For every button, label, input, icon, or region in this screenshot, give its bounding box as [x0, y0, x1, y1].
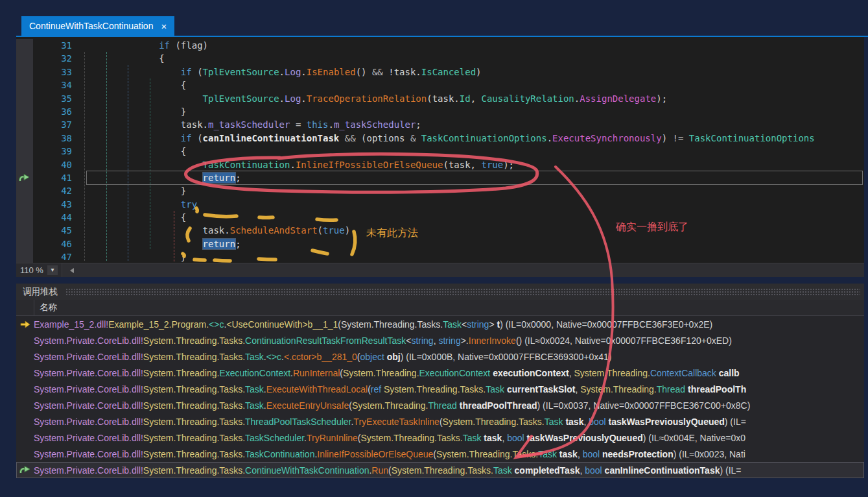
line-number: 47	[33, 250, 81, 263]
call-stack-frame-3[interactable]: System.Private.CoreLib.dll!System.Thread…	[16, 348, 864, 365]
code-text: if (flag)	[81, 39, 864, 52]
line-number: 34	[33, 79, 81, 91]
line-number: 36	[33, 105, 81, 118]
call-stack-rows: Example_15_2.dll!Example_15_2.Program.<>…	[16, 316, 864, 478]
code-text: {	[81, 145, 864, 158]
frame-text: Example_15_2.dll!Example_15_2.Program.<>…	[34, 319, 864, 330]
code-text: if (canInlineContinuationTask && (option…	[81, 132, 864, 145]
code-text: TplEventSource.Log.TraceOperationRelatio…	[81, 92, 864, 105]
code-line-34[interactable]: 34 {	[16, 79, 864, 91]
glyph-margin[interactable]	[16, 250, 33, 263]
tab-title: ContinueWithTaskContinuation	[29, 21, 153, 31]
glyph-margin[interactable]	[16, 224, 33, 237]
code-line-35[interactable]: 35 TplEventSource.Log.TraceOperationRela…	[16, 92, 864, 105]
code-line-46[interactable]: 46 return;	[16, 237, 864, 250]
glyph-margin[interactable]	[16, 211, 33, 224]
titlebar-grip	[65, 288, 860, 295]
glyph-margin[interactable]	[16, 184, 33, 197]
frame-text: System.Private.CoreLib.dll!System.Thread…	[34, 384, 864, 394]
frame-text: System.Private.CoreLib.dll!System.Thread…	[34, 433, 864, 443]
code-text: TaskContinuation.InlineIfPossibleOrElseQ…	[81, 158, 864, 171]
line-number: 43	[33, 198, 81, 211]
editor-bottom-strip: 110 % ▾	[16, 263, 864, 277]
glyph-margin[interactable]	[16, 198, 33, 211]
glyph-margin[interactable]	[16, 92, 33, 105]
call-stack-frame-8[interactable]: System.Private.CoreLib.dll!System.Thread…	[16, 430, 864, 446]
stack-frame-icon	[19, 174, 30, 182]
chevron-down-icon[interactable]: ▾	[47, 265, 58, 275]
horizontal-scrollbar[interactable]	[62, 263, 864, 277]
code-text: return;	[81, 237, 864, 250]
code-line-37[interactable]: 37 task.m_taskScheduler = this.m_taskSch…	[16, 118, 864, 131]
frame-text: System.Private.CoreLib.dll!System.Thread…	[34, 449, 864, 459]
frame-text: System.Private.CoreLib.dll!System.Thread…	[34, 465, 864, 476]
zoom-level: 110 %	[20, 265, 43, 275]
name-column-header[interactable]: 名称	[34, 302, 57, 313]
tab-continuewithtaskcontinuation[interactable]: ContinueWithTaskContinuation ×	[21, 16, 174, 36]
glyph-margin[interactable]	[16, 118, 33, 131]
annotation-flow-note: 确实一撸到底了	[616, 221, 688, 234]
glyph-margin[interactable]	[16, 132, 33, 145]
call-stack-frame-9[interactable]: System.Private.CoreLib.dll!System.Thread…	[16, 446, 864, 462]
current-statement-gutter	[16, 321, 34, 328]
current-statement-icon	[20, 321, 30, 328]
glyph-margin[interactable]	[16, 52, 33, 65]
glyph-margin[interactable]	[16, 158, 33, 171]
glyph-margin[interactable]	[16, 105, 33, 118]
call-stack-frame-1[interactable]: Example_15_2.dll!Example_15_2.Program.<>…	[16, 316, 864, 332]
code-text: }	[81, 250, 864, 263]
glyph-margin[interactable]	[16, 66, 33, 79]
call-stack-titlebar[interactable]: 调用堆栈	[16, 284, 864, 300]
glyph-margin[interactable]	[16, 145, 33, 158]
code-line-31[interactable]: 31 if (flag)	[16, 39, 864, 52]
line-number: 38	[33, 132, 81, 145]
code-text: {	[81, 79, 864, 91]
code-line-38[interactable]: 38 if (canInlineContinuationTask && (opt…	[16, 132, 864, 145]
code-line-39[interactable]: 39 {	[16, 145, 864, 158]
glyph-margin[interactable]	[16, 79, 33, 91]
code-line-43[interactable]: 43 try	[16, 198, 864, 211]
annotation-no-such-method: 未有此方法	[366, 226, 418, 240]
call-stack-frame-6[interactable]: System.Private.CoreLib.dll!System.Thread…	[16, 397, 864, 413]
code-editor[interactable]: 31 if (flag)32 {33 if (TplEventSource.Lo…	[16, 37, 864, 263]
code-line-40[interactable]: 40 TaskContinuation.InlineIfPossibleOrEl…	[16, 158, 864, 171]
code-line-36[interactable]: 36 }	[16, 105, 864, 118]
code-lines: 31 if (flag)32 {33 if (TplEventSource.Lo…	[16, 39, 864, 263]
code-line-42[interactable]: 42 }	[16, 184, 864, 197]
code-line-47[interactable]: 47 }	[16, 250, 864, 263]
call-stack-frame-5[interactable]: System.Private.CoreLib.dll!System.Thread…	[16, 381, 864, 397]
code-text: }	[81, 184, 864, 197]
code-text: task.ScheduleAndStart(true)	[81, 224, 864, 237]
call-stack-frame-4[interactable]: System.Private.CoreLib.dll!System.Thread…	[16, 365, 864, 381]
call-stack-panel: 调用堆栈 名称 Example_15_2.dll!Example_15_2.Pr…	[16, 284, 864, 478]
code-text: {	[81, 52, 864, 65]
icon-column-header	[16, 300, 34, 315]
code-line-33[interactable]: 33 if (TplEventSource.Log.IsEnabled() &&…	[16, 66, 864, 79]
code-text: if (TplEventSource.Log.IsEnabled() && !t…	[81, 66, 864, 79]
stack-frame-icon	[19, 466, 30, 474]
code-text: }	[81, 105, 864, 118]
line-number: 35	[33, 92, 81, 105]
call-stack-column-header[interactable]: 名称	[16, 300, 864, 316]
editor-zoom-control[interactable]: 110 % ▾	[16, 263, 62, 277]
line-number: 46	[33, 237, 81, 250]
glyph-margin-frame-arrow[interactable]	[16, 171, 33, 184]
frame-text: System.Private.CoreLib.dll!System.Thread…	[34, 400, 864, 411]
call-stack-title: 调用堆栈	[23, 286, 58, 298]
code-line-45[interactable]: 45 task.ScheduleAndStart(true)	[16, 224, 864, 237]
call-stack-frame-10[interactable]: System.Private.CoreLib.dll!System.Thread…	[16, 462, 864, 478]
line-number: 33	[33, 66, 81, 79]
code-line-41[interactable]: 41 return;	[16, 171, 864, 184]
call-stack-frame-2[interactable]: System.Private.CoreLib.dll!System.Thread…	[16, 332, 864, 348]
line-number: 41	[33, 171, 81, 184]
scroll-left-icon[interactable]	[70, 268, 74, 273]
code-text: try	[81, 198, 864, 211]
glyph-margin[interactable]	[16, 237, 33, 250]
glyph-margin[interactable]	[16, 39, 33, 52]
close-icon[interactable]: ×	[161, 21, 167, 31]
code-line-32[interactable]: 32 {	[16, 52, 864, 65]
line-number: 31	[33, 39, 81, 52]
line-number: 32	[33, 52, 81, 65]
code-line-44[interactable]: 44 {	[16, 211, 864, 224]
call-stack-frame-7[interactable]: System.Private.CoreLib.dll!System.Thread…	[16, 413, 864, 430]
